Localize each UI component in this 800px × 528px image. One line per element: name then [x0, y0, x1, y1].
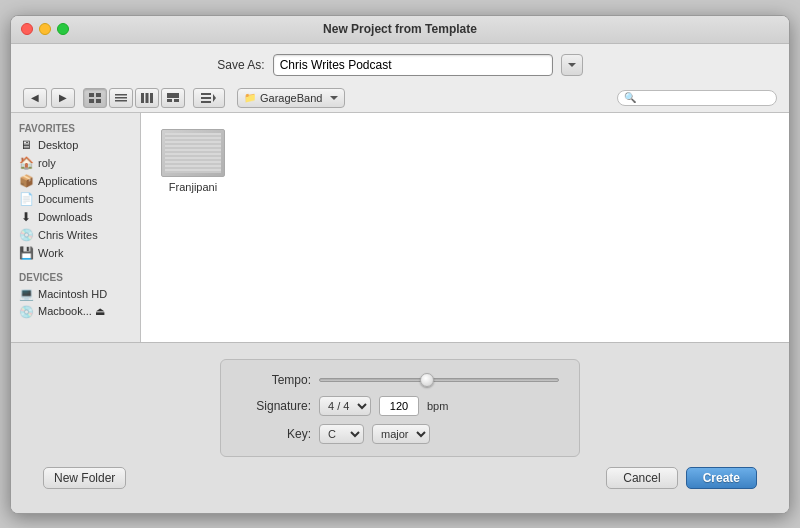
action-buttons: Cancel Create	[606, 467, 757, 489]
file-browser: FAVORITES 🖥 Desktop 🏠 roly 📦 Application…	[11, 113, 789, 343]
svg-rect-5	[115, 94, 127, 96]
bpm-label: bpm	[427, 400, 448, 412]
back-button[interactable]: ◀	[23, 88, 47, 108]
sidebar-item-label-macbook: Macbook... ⏏	[38, 305, 105, 318]
view-buttons	[83, 88, 185, 108]
signature-select[interactable]: 4 / 4 3 / 4 2 / 4 6 / 8	[319, 396, 371, 416]
sidebar-item-label-applications: Applications	[38, 175, 97, 187]
disc-icon: 💿	[19, 228, 33, 242]
applications-icon: 📦	[19, 174, 33, 188]
favorites-label: FAVORITES	[11, 119, 140, 136]
tempo-label: Tempo:	[241, 373, 311, 387]
svg-rect-14	[201, 93, 211, 95]
svg-rect-2	[96, 93, 101, 97]
sidebar-item-desktop[interactable]: 🖥 Desktop	[11, 136, 140, 154]
save-as-label: Save As:	[217, 58, 264, 72]
tempo-slider-track	[319, 378, 559, 382]
icon-view-button[interactable]	[83, 88, 107, 108]
svg-rect-16	[201, 101, 211, 103]
mode-select[interactable]: major minor	[372, 424, 430, 444]
window-title: New Project from Template	[323, 22, 477, 36]
work-icon: 💾	[19, 246, 33, 260]
tempo-slider-thumb[interactable]	[420, 373, 434, 387]
signature-label: Signature:	[241, 399, 311, 413]
sidebar-item-label-chriswrites: Chris Writes	[38, 229, 98, 241]
minimize-button[interactable]	[39, 23, 51, 35]
tempo-slider-container	[319, 372, 559, 388]
tempo-row: Tempo:	[241, 372, 559, 388]
bottom-section: Tempo: Signature: 4 / 4 3 / 4 2 / 4 6 / …	[11, 343, 789, 513]
traffic-lights	[21, 23, 69, 35]
expand-button[interactable]	[561, 54, 583, 76]
svg-rect-10	[150, 93, 153, 103]
svg-rect-8	[141, 93, 144, 103]
svg-rect-4	[96, 99, 101, 103]
arrange-button[interactable]	[193, 88, 225, 108]
sidebar-item-downloads[interactable]: ⬇ Downloads	[11, 208, 140, 226]
svg-rect-1	[89, 93, 94, 97]
search-input[interactable]	[640, 92, 770, 104]
bpm-input[interactable]	[379, 396, 419, 416]
folder-icon: 📁	[244, 92, 256, 103]
svg-rect-3	[89, 99, 94, 103]
svg-marker-17	[213, 94, 216, 102]
svg-rect-12	[167, 99, 172, 102]
svg-rect-9	[146, 93, 149, 103]
close-button[interactable]	[21, 23, 33, 35]
downloads-icon: ⬇	[19, 210, 33, 224]
harddrive-icon: 💻	[19, 287, 33, 301]
svg-rect-15	[201, 97, 211, 99]
sidebar-item-macbook[interactable]: 💿 Macbook... ⏏	[11, 303, 140, 321]
settings-group: Tempo: Signature: 4 / 4 3 / 4 2 / 4 6 / …	[220, 359, 580, 457]
maximize-button[interactable]	[57, 23, 69, 35]
file-name: Franjipani	[169, 181, 217, 193]
save-as-input[interactable]	[273, 54, 553, 76]
sidebar-item-applications[interactable]: 📦 Applications	[11, 172, 140, 190]
file-item-franjipani[interactable]: Franjipani	[153, 125, 233, 197]
sidebar-item-chriswrites[interactable]: 💿 Chris Writes	[11, 226, 140, 244]
file-thumbnail	[161, 129, 225, 177]
devices-label: DEVICES	[11, 268, 140, 285]
sidebar-item-roly[interactable]: 🏠 roly	[11, 154, 140, 172]
key-row: Key: CC#DEb EFF#G AbABbB major minor	[241, 424, 559, 444]
list-view-button[interactable]	[109, 88, 133, 108]
svg-rect-7	[115, 100, 127, 102]
svg-marker-0	[568, 63, 576, 67]
documents-icon: 📄	[19, 192, 33, 206]
file-area: Franjipani	[141, 113, 789, 342]
sidebar-item-label-work: Work	[38, 247, 63, 259]
sidebar-item-label-roly: roly	[38, 157, 56, 169]
svg-marker-18	[330, 96, 338, 100]
path-dropdown[interactable]: 📁 GarageBand	[237, 88, 345, 108]
sidebar-item-label-macintosh: Macintosh HD	[38, 288, 107, 300]
svg-rect-11	[167, 93, 179, 98]
sidebar-item-work[interactable]: 💾 Work	[11, 244, 140, 262]
sidebar-item-documents[interactable]: 📄 Documents	[11, 190, 140, 208]
titlebar: New Project from Template	[11, 16, 789, 44]
cover-flow-button[interactable]	[161, 88, 185, 108]
bottom-buttons: New Folder Cancel Create	[31, 457, 769, 497]
sidebar-item-label-downloads: Downloads	[38, 211, 92, 223]
forward-button[interactable]: ▶	[51, 88, 75, 108]
path-label: GarageBand	[260, 92, 322, 104]
svg-rect-6	[115, 97, 127, 99]
sidebar: FAVORITES 🖥 Desktop 🏠 roly 📦 Application…	[11, 113, 141, 342]
home-icon: 🏠	[19, 156, 33, 170]
thumbnail-preview	[165, 133, 221, 173]
save-as-row: Save As:	[11, 44, 789, 84]
column-view-button[interactable]	[135, 88, 159, 108]
svg-rect-13	[174, 99, 179, 102]
dialog-window: New Project from Template Save As: ◀ ▶	[10, 15, 790, 514]
search-box: 🔍	[617, 90, 777, 106]
sidebar-item-macintosh-hd[interactable]: 💻 Macintosh HD	[11, 285, 140, 303]
search-icon: 🔍	[624, 92, 636, 103]
cancel-button[interactable]: Cancel	[606, 467, 677, 489]
new-folder-button[interactable]: New Folder	[43, 467, 126, 489]
create-button[interactable]: Create	[686, 467, 757, 489]
key-label: Key:	[241, 427, 311, 441]
sidebar-item-label-desktop: Desktop	[38, 139, 78, 151]
key-select[interactable]: CC#DEb EFF#G AbABbB	[319, 424, 364, 444]
toolbar-row: ◀ ▶ 📁 GarageBand 🔍	[11, 84, 789, 113]
desktop-icon: 🖥	[19, 138, 33, 152]
macbook-icon: 💿	[19, 305, 33, 319]
